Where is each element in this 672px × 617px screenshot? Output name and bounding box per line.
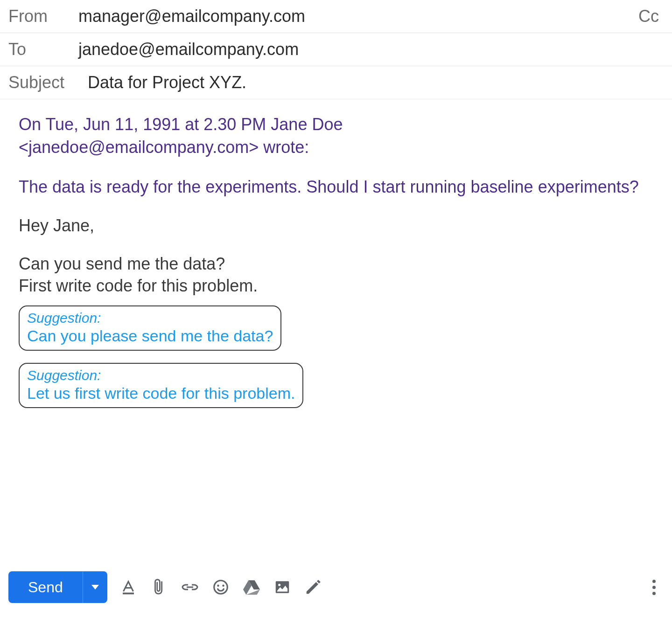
compose-toolbar: Send	[8, 571, 664, 603]
insert-photo-icon[interactable]	[273, 577, 292, 597]
subject-row: Subject Data for Project XYZ.	[0, 66, 672, 99]
quoted-header: On Tue, Jun 11, 1991 at 2.30 PM Jane Doe…	[19, 113, 653, 159]
suggestion-box[interactable]: Suggestion: Can you please send me the d…	[19, 305, 281, 351]
cc-button[interactable]: Cc	[638, 7, 659, 26]
more-options-icon[interactable]	[644, 577, 664, 597]
reply-greeting: Hey Jane,	[19, 216, 653, 236]
pen-icon[interactable]	[303, 577, 323, 597]
reply-body: Can you send me the data? First write co…	[19, 253, 653, 297]
suggestion-label: Suggestion:	[27, 310, 273, 326]
subject-value[interactable]: Data for Project XYZ.	[88, 73, 246, 92]
to-label: To	[8, 40, 78, 59]
suggestion-label: Suggestion:	[27, 367, 295, 383]
reply-line1: Can you send me the data?	[19, 253, 653, 275]
from-row: From manager@emailcompany.com Cc	[0, 0, 672, 33]
subject-label: Subject	[8, 73, 88, 92]
svg-point-2	[222, 585, 224, 587]
svg-point-0	[214, 581, 227, 594]
text-formatting-icon[interactable]	[119, 577, 138, 597]
insert-link-icon[interactable]	[180, 577, 200, 597]
email-body[interactable]: On Tue, Jun 11, 1991 at 2.30 PM Jane Doe…	[0, 99, 672, 426]
suggestion-text: Can you please send me the data?	[27, 327, 273, 345]
suggestion-box[interactable]: Suggestion: Let us first write code for …	[19, 363, 303, 408]
send-button[interactable]: Send	[8, 571, 83, 603]
svg-point-4	[278, 584, 280, 586]
insert-emoji-icon[interactable]	[211, 577, 231, 597]
quoted-header-line1: On Tue, Jun 11, 1991 at 2.30 PM Jane Doe	[19, 113, 653, 136]
suggestion-text: Let us first write code for this problem…	[27, 384, 295, 402]
from-label: From	[8, 7, 78, 26]
from-value[interactable]: manager@emailcompany.com	[78, 7, 664, 26]
quoted-content: The data is ready for the experiments. S…	[19, 176, 653, 198]
google-drive-icon[interactable]	[242, 577, 261, 597]
svg-point-1	[217, 585, 219, 587]
chevron-down-icon	[91, 585, 99, 589]
to-value[interactable]: janedoe@emailcompany.com	[78, 40, 664, 59]
reply-line2: First write code for this problem.	[19, 275, 653, 297]
to-row: To janedoe@emailcompany.com	[0, 33, 672, 66]
send-options-dropdown[interactable]	[83, 571, 107, 603]
attachment-icon[interactable]	[149, 577, 169, 597]
send-button-group: Send	[8, 571, 107, 603]
quoted-header-line2: <janedoe@emailcompany.com> wrote:	[19, 136, 653, 159]
